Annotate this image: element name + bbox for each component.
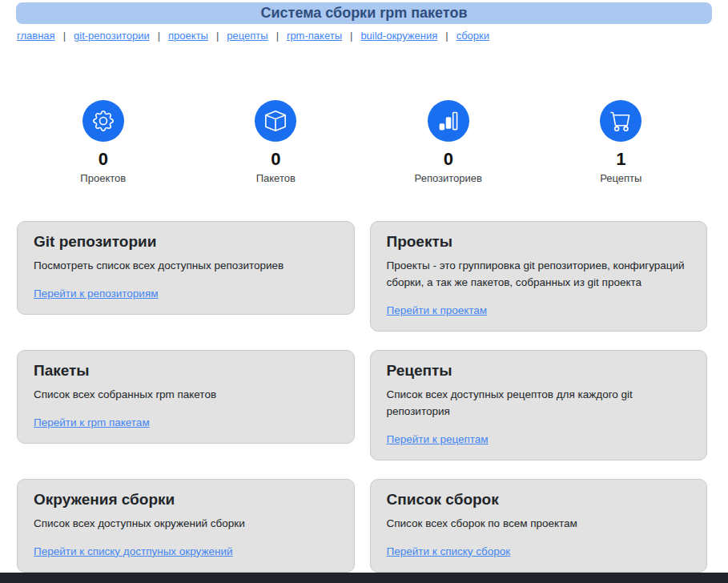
stat-recipes: 1 Рецепты [535,100,708,184]
bar-chart-icon [428,100,469,142]
stat-repositories-count: 0 [444,149,453,170]
card-description: Проекты - это группировка git репозитори… [387,258,691,292]
nav-link-builds[interactable]: сборки [457,30,489,42]
card-description: Список всех сборок по всем проектам [387,516,691,533]
card-description: Список всех доступных рецептов для каждо… [387,387,691,420]
card-description: Список всех собранных rpm пакетов [34,387,338,404]
cards-grid: Git репозитории Посмотреть список всех д… [17,221,707,573]
card-packages: Пакеты Список всех собранных rpm пакетов… [17,350,355,444]
card-description: Посмотреть список всех доступных репозит… [34,258,338,275]
stat-repositories: 0 Репозиториев [362,100,535,184]
card-title: Список сборок [387,491,691,509]
nav-link-build-environments[interactable]: build-окружения [360,30,437,42]
nav-separator: | [350,30,352,42]
card-link-projects[interactable]: Перейти к проектам [387,304,488,316]
page-title: Система сборки rpm пакетов [16,2,712,24]
card-title: Git репозитории [34,233,338,251]
stat-packages-label: Пакетов [256,172,296,184]
card-build-environments: Окружения сборки Список всех доступных о… [17,479,355,573]
card-projects: Проекты Проекты - это группировка git ре… [370,221,708,332]
nav-link-recipes[interactable]: рецепты [227,30,267,42]
card-title: Окружения сборки [34,491,338,509]
card-link-environments[interactable]: Перейти к списку достпуных окружений [34,545,233,557]
nav-link-rpm-packages[interactable]: rpm-пакеты [287,30,342,42]
stat-projects: 0 Проектов [17,100,190,184]
stat-recipes-label: Рецепты [600,172,642,184]
nav-link-projects[interactable]: проекты [168,30,208,42]
cart-icon [600,100,642,142]
nav-separator: | [445,30,448,42]
box-icon [255,100,296,142]
card-title: Проекты [387,233,691,251]
card-title: Пакеты [34,362,338,380]
stat-packages: 0 Пакетов [190,100,363,184]
card-builds-list: Список сборок Список всех сборок по всем… [370,479,708,573]
stat-packages-count: 0 [271,149,280,170]
stats-section: 0 Проектов 0 Пакетов 0 Репозиториев 1 Ре… [17,100,707,184]
nav-separator: | [276,30,279,42]
card-description: Список всех доступных окружений сборки [34,516,338,533]
nav-link-main[interactable]: главная [17,30,55,42]
stat-projects-count: 0 [99,149,108,170]
card-link-repositories[interactable]: Перейти к репозиториям [34,287,159,300]
main-nav: главная | git-репозитории | проекты | ре… [17,30,712,42]
card-recipes: Рецепты Список всех доступных рецептов д… [370,350,708,460]
nav-separator: | [216,30,219,42]
nav-separator: | [63,30,66,42]
card-link-recipes[interactable]: Перейти к рецептам [387,433,489,445]
stat-recipes-count: 1 [616,149,625,170]
footer: Документация Разработка Подчистка [0,573,728,583]
card-git-repositories: Git репозитории Посмотреть список всех д… [17,221,355,315]
card-link-rpm-packages[interactable]: Перейти к rpm пакетам [34,416,150,428]
gear-icon [82,100,124,142]
nav-separator: | [158,30,160,42]
stat-projects-label: Проектов [80,172,126,184]
nav-link-git-repos[interactable]: git-репозитории [74,30,150,42]
card-title: Рецепты [387,362,691,380]
card-link-builds[interactable]: Перейти к списку сборок [387,545,511,557]
stat-repositories-label: Репозиториев [415,172,482,184]
